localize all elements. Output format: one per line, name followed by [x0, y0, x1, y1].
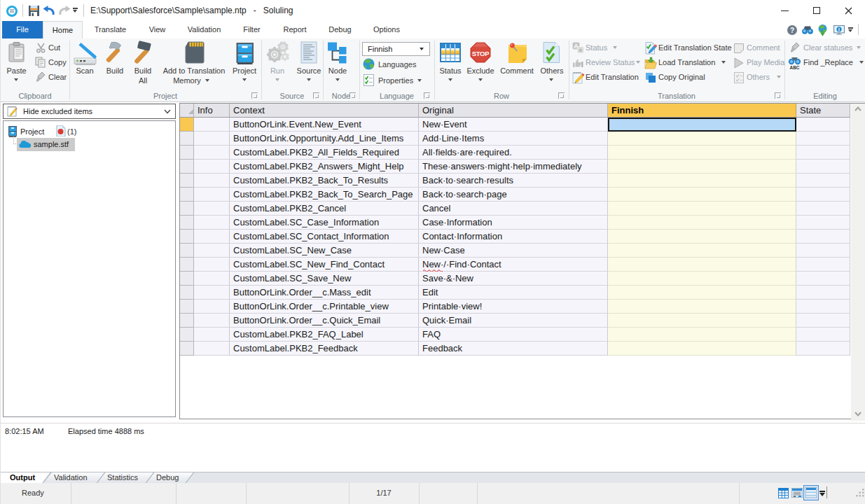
svg-text:x: x — [579, 47, 583, 53]
svg-text:STOP: STOP — [472, 50, 490, 57]
svg-text:ABC: ABC — [789, 65, 799, 70]
svg-text:?: ? — [790, 27, 794, 34]
